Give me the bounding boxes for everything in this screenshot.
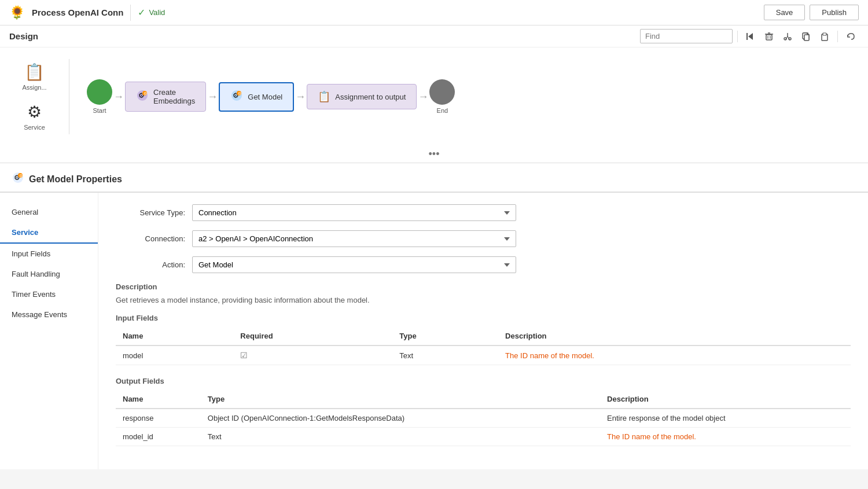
sidebar-item-assign[interactable]: 📋 Assign... <box>19 59 50 94</box>
arrow-2: → <box>207 91 218 103</box>
input-col-description: Description <box>498 327 851 345</box>
header-actions: Save Publish <box>764 5 859 20</box>
save-button[interactable]: Save <box>764 5 806 20</box>
create-embeddings-text: CreateEmbeddings <box>153 88 195 105</box>
copy-icon <box>801 32 811 41</box>
svg-rect-1 <box>766 35 772 40</box>
input-col-name: Name <box>116 327 233 345</box>
copy-button[interactable] <box>798 30 814 43</box>
required-checkbox[interactable]: ☑ <box>240 351 248 360</box>
get-model-icon: ⚙ ⚙ <box>230 89 243 105</box>
output-col-type: Type <box>201 390 600 409</box>
flow-nodes: Start → ⚙ ⚙ <box>87 79 455 114</box>
get-model-inner: ⚙ ⚙ Get Model <box>230 89 282 105</box>
input-row-required: ☑ <box>233 345 392 365</box>
output-fields-header-row: Name Type Description <box>116 390 851 409</box>
cut-icon <box>783 32 792 41</box>
get-model-node[interactable]: ⚙ ⚙ Get Model <box>219 82 294 112</box>
assignment-text: Assignment to output <box>335 93 406 101</box>
undo-button[interactable] <box>843 30 859 43</box>
nav-item-fault-handling[interactable]: Fault Handling <box>0 264 98 284</box>
action-row: Action: Get Model List Models Create Emb… <box>116 256 851 273</box>
assign-sidebar-label: Assign... <box>22 84 46 91</box>
create-embeddings-icon: ⚙ ⚙ <box>136 89 149 105</box>
nav-item-timer-events[interactable]: Timer Events <box>0 284 98 304</box>
sidebar-item-service[interactable]: ⚙ Service <box>20 99 49 134</box>
nav-item-message-events[interactable]: Message Events <box>0 304 98 325</box>
assignment-wrapper: 📋 Assignment to output <box>307 84 417 109</box>
design-toolbar-right <box>640 29 859 43</box>
valid-check-icon: ✓ <box>138 7 145 18</box>
service-node-icon: ⚙ ⚙ <box>136 89 149 102</box>
props-nav: General Service Input Fields Fault Handl… <box>0 193 98 469</box>
header-divider <box>130 5 131 21</box>
svg-rect-13 <box>804 35 809 41</box>
input-fields-row: model ☑ Text The ID name of the model. <box>116 345 851 365</box>
service-sidebar-label: Service <box>24 124 45 131</box>
connection-row: Connection: a2 > OpenAI > OpenAIConnecti… <box>116 230 851 247</box>
app-title: Process OpenAI Conn <box>32 8 123 17</box>
input-row-description: The ID name of the model. <box>498 345 851 365</box>
output-row-name-model-id: model_id <box>116 428 201 446</box>
cut-button[interactable] <box>779 30 796 43</box>
svg-text:⚙: ⚙ <box>144 91 147 95</box>
input-row-type: Text <box>392 345 498 365</box>
service-type-select[interactable]: Connection REST SOAP <box>192 204 516 221</box>
get-model-text: Get Model <box>248 93 282 101</box>
nav-item-general[interactable]: General <box>0 202 98 222</box>
start-circle <box>87 79 112 105</box>
props-content: Service Type: Connection REST SOAP Conne… <box>98 193 868 469</box>
app-logo: 🌻 <box>9 5 25 20</box>
first-nav-icon <box>746 32 755 41</box>
action-select[interactable]: Get Model List Models Create Embedding <box>192 256 516 273</box>
design-label: Design <box>9 31 38 41</box>
paste-icon <box>820 32 829 41</box>
end-label: End <box>437 107 448 114</box>
service-type-row: Service Type: Connection REST SOAP <box>116 204 851 221</box>
create-embeddings-inner: ⚙ ⚙ CreateEmbeddings <box>136 88 195 105</box>
connection-select[interactable]: a2 > OpenAI > OpenAIConnection <box>192 230 516 247</box>
end-node[interactable]: End <box>429 79 455 114</box>
start-node-wrapper: Start <box>87 79 112 114</box>
output-row-desc-model-id: The ID name of the model. <box>600 428 851 446</box>
valid-label: Valid <box>149 8 165 17</box>
get-model-node-icon: ⚙ ⚙ <box>230 89 243 102</box>
props-title-icon: ⚙ ⚙ <box>12 171 24 184</box>
input-row-name: model <box>116 345 233 365</box>
props-panel: ⚙ ⚙ Get Model Properties General Service… <box>0 163 868 469</box>
toolbar-separator-2 <box>837 31 838 42</box>
nav-item-service[interactable]: Service <box>0 222 98 244</box>
output-row-type-response: Object ID (OpenAIConnection-1:GetModelsR… <box>201 409 600 428</box>
design-toolbar: Design <box>0 25 868 47</box>
header-left: 🌻 Process OpenAI Conn ✓ Valid <box>9 5 165 21</box>
output-col-name: Name <box>116 390 201 409</box>
end-circle <box>429 79 455 105</box>
svg-text:⚙: ⚙ <box>238 91 241 95</box>
create-embeddings-node[interactable]: ⚙ ⚙ CreateEmbeddings <box>125 82 206 112</box>
delete-button[interactable] <box>761 30 777 43</box>
props-header: ⚙ ⚙ Get Model Properties <box>0 163 868 192</box>
find-input[interactable] <box>640 29 733 43</box>
nav-item-input-fields[interactable]: Input Fields <box>0 244 98 264</box>
output-row-name-response: response <box>116 409 201 428</box>
undo-icon <box>846 32 855 41</box>
start-label: Start <box>93 107 106 114</box>
first-nav-button[interactable] <box>742 30 759 43</box>
start-node[interactable]: Start <box>87 79 112 114</box>
three-dots[interactable]: ••• <box>0 146 868 163</box>
paste-button[interactable] <box>816 30 833 43</box>
description-text: Get retrieves a model instance, providin… <box>116 296 851 304</box>
header: 🌻 Process OpenAI Conn ✓ Valid Save Publi… <box>0 0 868 25</box>
assignment-icon: 📋 <box>318 90 330 103</box>
arrow-1: → <box>113 91 124 103</box>
flow-canvas: 📋 Assign... ⚙ Service Start → <box>0 47 868 146</box>
arrow-4: → <box>418 91 428 103</box>
svg-text:⚙: ⚙ <box>19 174 23 178</box>
toolbar-separator-1 <box>737 31 738 42</box>
description-title: Description <box>116 282 851 291</box>
assignment-node[interactable]: 📋 Assignment to output <box>307 84 417 109</box>
action-label: Action: <box>116 260 185 269</box>
publish-button[interactable]: Publish <box>810 5 859 20</box>
input-col-required: Required <box>233 327 392 345</box>
get-model-wrapper: ⚙ ⚙ Get Model <box>219 82 294 112</box>
